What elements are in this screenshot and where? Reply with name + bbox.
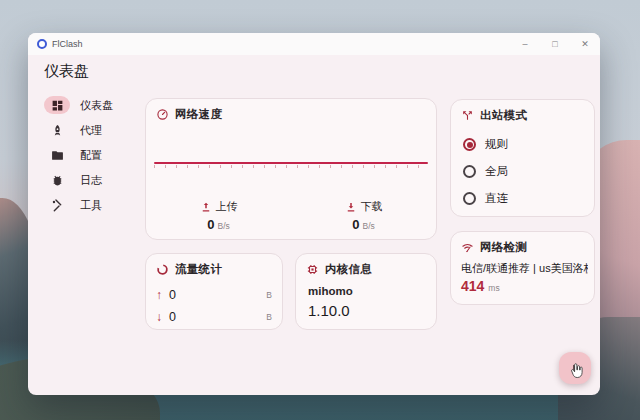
latency-unit: ms — [488, 283, 499, 293]
network-check-provider: 电信/联通推荐 | us美国洛杉... — [461, 261, 588, 276]
outbound-mode-options: 规则 全局 直连 — [463, 131, 586, 212]
data-usage-icon — [156, 263, 169, 276]
sidebar-item-proxies[interactable]: 代理 — [44, 120, 146, 140]
card-title: 出站模式 — [480, 108, 527, 123]
speed-chart-line — [154, 162, 428, 164]
maximize-button[interactable]: □ — [540, 33, 570, 55]
traffic-stats-card: 流量统计 ↑ 0 B ↓ 0 B — [145, 253, 283, 330]
folder-icon — [44, 146, 70, 164]
page-title: 仪表盘 — [44, 62, 89, 81]
traffic-rows: ↑ 0 B ↓ 0 B — [156, 284, 272, 328]
window-controls: – □ ✕ — [510, 33, 600, 55]
bug-icon — [44, 171, 70, 189]
card-title: 流量统计 — [175, 262, 222, 277]
download-value: 0 — [352, 217, 359, 232]
traffic-upload-value: 0 — [169, 288, 176, 302]
traffic-stats-header: 流量统计 — [156, 262, 222, 277]
core-info-card: 内核信息 mihomo 1.10.0 — [295, 253, 437, 330]
start-proxy-fab[interactable] — [559, 352, 591, 384]
upload-icon — [200, 201, 212, 213]
upload-label: 上传 — [216, 199, 238, 214]
main-content: 仪表盘 仪表盘 代理 配置 — [28, 55, 600, 395]
up-arrow-icon: ↑ — [156, 288, 162, 302]
wifi-check-icon — [461, 241, 474, 254]
download-unit: B/s — [362, 221, 374, 231]
card-title: 网络检测 — [480, 240, 527, 255]
minimize-button[interactable]: – — [510, 33, 540, 55]
upload-value: 0 — [207, 217, 214, 232]
network-check-card[interactable]: 网络检测 电信/联通推荐 | us美国洛杉... 414 ms — [450, 231, 595, 305]
card-title: 网络速度 — [175, 107, 222, 122]
flclash-window: FlClash – □ ✕ 仪表盘 仪表盘 代理 — [28, 33, 600, 395]
core-name: mihomo — [308, 285, 353, 297]
radio-selected-icon — [463, 138, 476, 151]
sidebar-item-label: 工具 — [80, 198, 102, 213]
play-icon — [569, 362, 582, 375]
outbound-mode-header: 出站模式 — [461, 108, 527, 123]
core-info-header: 内核信息 — [306, 262, 372, 277]
mode-option-rule[interactable]: 规则 — [463, 131, 586, 158]
speedometer-icon — [156, 108, 169, 121]
latency-value: 414 — [461, 278, 484, 294]
memory-chip-icon — [306, 263, 319, 276]
traffic-upload-unit: B — [266, 290, 272, 300]
sidebar-item-logs[interactable]: 日志 — [44, 170, 146, 190]
mode-option-label: 直连 — [485, 191, 508, 206]
sidebar: 仪表盘 代理 配置 日志 — [44, 95, 146, 220]
traffic-upload-row: ↑ 0 B — [156, 284, 272, 306]
upload-stat: 上传 0 B/s — [146, 199, 291, 232]
mode-option-global[interactable]: 全局 — [463, 158, 586, 185]
network-check-header: 网络检测 — [461, 240, 527, 255]
rocket-icon — [44, 121, 70, 139]
traffic-download-value: 0 — [169, 310, 176, 324]
sidebar-item-tools[interactable]: 工具 — [44, 195, 146, 215]
sidebar-item-profiles[interactable]: 配置 — [44, 145, 146, 165]
sidebar-item-label: 日志 — [80, 173, 102, 188]
mode-option-label: 全局 — [485, 164, 508, 179]
network-speed-header: 网络速度 — [156, 107, 222, 122]
outbound-mode-card: 出站模式 规则 全局 直连 — [450, 99, 595, 217]
down-arrow-icon: ↓ — [156, 310, 162, 324]
flclash-logo-icon — [37, 39, 47, 49]
sidebar-item-label: 仪表盘 — [80, 98, 113, 113]
traffic-download-row: ↓ 0 B — [156, 306, 272, 328]
mode-option-direct[interactable]: 直连 — [463, 185, 586, 212]
core-version: 1.10.0 — [308, 302, 350, 319]
tools-icon — [44, 196, 70, 214]
close-button[interactable]: ✕ — [570, 33, 600, 55]
traffic-download-unit: B — [266, 312, 272, 322]
network-speed-card: 网络速度 上传 0 B/s 下载 — [145, 98, 437, 240]
sidebar-item-label: 代理 — [80, 123, 102, 138]
speed-stats: 上传 0 B/s 下载 0 B/s — [146, 199, 436, 232]
card-title: 内核信息 — [325, 262, 372, 277]
sidebar-item-label: 配置 — [80, 148, 102, 163]
download-label: 下载 — [361, 199, 383, 214]
mode-option-label: 规则 — [485, 137, 508, 152]
radio-unselected-icon — [463, 192, 476, 205]
download-icon — [345, 201, 357, 213]
titlebar[interactable]: FlClash – □ ✕ — [28, 33, 600, 55]
speed-chart-ticks — [154, 165, 428, 168]
window-title: FlClash — [52, 39, 83, 49]
sidebar-item-dashboard[interactable]: 仪表盘 — [44, 95, 146, 115]
download-stat: 下载 0 B/s — [291, 199, 436, 232]
network-check-latency-row: 414 ms — [461, 278, 500, 294]
call-split-icon — [461, 109, 474, 122]
dashboard-icon — [44, 96, 70, 114]
upload-unit: B/s — [217, 221, 229, 231]
radio-unselected-icon — [463, 165, 476, 178]
